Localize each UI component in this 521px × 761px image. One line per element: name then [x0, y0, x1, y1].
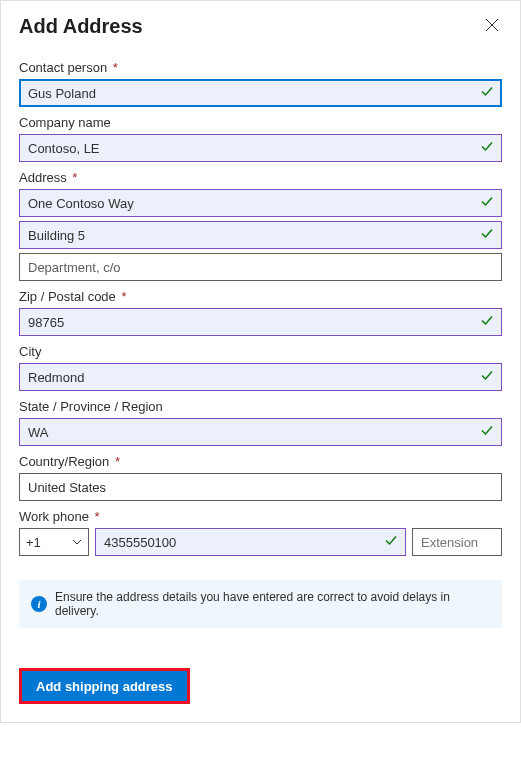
state-input[interactable]: [19, 418, 502, 446]
chevron-down-icon: [72, 539, 82, 545]
country-code-value: +1: [26, 535, 41, 550]
state-label: State / Province / Region: [19, 399, 502, 414]
submit-highlight: Add shipping address: [19, 668, 190, 704]
panel-header: Add Address: [19, 15, 502, 38]
close-icon: [485, 18, 499, 32]
zip-input[interactable]: [19, 308, 502, 336]
zip-label: Zip / Postal code *: [19, 289, 502, 304]
contact-person-input[interactable]: [19, 79, 502, 107]
city-input[interactable]: [19, 363, 502, 391]
city-field: City: [19, 344, 502, 391]
country-input[interactable]: [19, 473, 502, 501]
close-button[interactable]: [482, 15, 502, 35]
add-address-panel: Add Address Contact person * Company nam…: [0, 0, 521, 723]
address-line3-input[interactable]: [19, 253, 502, 281]
city-label: City: [19, 344, 502, 359]
page-title: Add Address: [19, 15, 143, 38]
add-shipping-address-button[interactable]: Add shipping address: [22, 671, 187, 701]
info-message-box: i Ensure the address details you have en…: [19, 580, 502, 628]
work-phone-field: Work phone * +1: [19, 509, 502, 556]
company-name-input[interactable]: [19, 134, 502, 162]
company-name-label: Company name: [19, 115, 502, 130]
info-icon: i: [31, 596, 47, 612]
address-field: Address *: [19, 170, 502, 217]
extension-input[interactable]: [412, 528, 502, 556]
country-field: Country/Region *: [19, 454, 502, 501]
address-line1-input[interactable]: [19, 189, 502, 217]
contact-person-label: Contact person *: [19, 60, 502, 75]
contact-person-field: Contact person *: [19, 60, 502, 107]
country-label: Country/Region *: [19, 454, 502, 469]
company-name-field: Company name: [19, 115, 502, 162]
address-line2-wrap: [19, 221, 502, 249]
zip-field: Zip / Postal code *: [19, 289, 502, 336]
work-phone-label: Work phone *: [19, 509, 502, 524]
address-label: Address *: [19, 170, 502, 185]
phone-input[interactable]: [95, 528, 406, 556]
country-code-select[interactable]: +1: [19, 528, 89, 556]
address-line3-wrap: [19, 253, 502, 281]
address-line2-input[interactable]: [19, 221, 502, 249]
info-message-text: Ensure the address details you have ente…: [55, 590, 490, 618]
state-field: State / Province / Region: [19, 399, 502, 446]
